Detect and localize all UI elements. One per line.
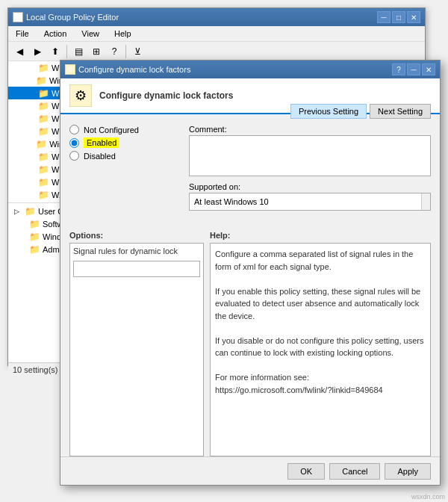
radio-not-configured[interactable]: Not Configured <box>69 125 189 134</box>
dialog-footer: OK Cancel Apply <box>60 456 440 485</box>
folder-icon: 📁 <box>38 152 49 162</box>
help-text-p3: If you disable or do not configure this … <box>215 335 426 359</box>
up-button[interactable]: ⬆ <box>47 43 63 60</box>
minimize-button[interactable]: ─ <box>377 11 391 23</box>
folder-icon: 📁 <box>38 177 49 188</box>
folder-icon: 📁 <box>36 139 47 149</box>
toolbar-separator-2 <box>125 45 126 58</box>
supported-section: Supported on: At least Windows 10 <box>189 182 431 211</box>
folder-icon: 📁 <box>38 101 49 111</box>
radio-not-configured-input[interactable] <box>69 125 79 134</box>
help-label: Help: <box>210 231 431 240</box>
cancel-button[interactable]: Cancel <box>329 463 380 480</box>
dialog-title-bar: ⚙ Configure dynamic lock factors ? ─ ✕ <box>60 61 440 78</box>
options-panel: Options: Signal rules for dynamic lock <box>69 231 204 456</box>
dialog-header-icon: ⚙ <box>69 84 92 107</box>
help-text-p1: Configure a comma separated list of sign… <box>215 248 426 273</box>
dialog-help-button[interactable]: ? <box>392 63 405 75</box>
folder-icon: 📁 <box>38 190 49 200</box>
comment-section: Comment: <box>189 125 431 178</box>
apply-button[interactable]: Apply <box>385 463 431 480</box>
dialog-close-button[interactable]: ✕ <box>422 63 435 75</box>
main-window-title: Local Group Policy Editor <box>26 13 119 22</box>
folder-icon: 📁 <box>36 75 47 86</box>
help-text-p2: If you enable this policy setting, these… <box>215 285 426 323</box>
show-hide-button[interactable]: ▤ <box>70 43 87 60</box>
dialog-controls: ? ─ ✕ <box>392 63 435 75</box>
radio-enabled-label: Enabled <box>84 137 119 148</box>
radio-disabled-input[interactable] <box>69 151 79 161</box>
menu-view[interactable]: View <box>77 28 104 40</box>
app-icon <box>13 12 23 22</box>
options-label: Options: <box>69 231 204 240</box>
dialog-window: ⚙ Configure dynamic lock factors ? ─ ✕ ⚙… <box>60 60 441 486</box>
options-help-container: Options: Signal rules for dynamic lock H… <box>69 231 431 456</box>
dialog-title-text: Configure dynamic lock factors <box>78 65 190 74</box>
maximize-button[interactable]: □ <box>392 11 405 23</box>
folder-icon: 📁 <box>38 126 49 137</box>
menu-action[interactable]: Action <box>40 28 72 40</box>
main-title-bar: Local Group Policy Editor ─ □ ✕ <box>8 8 425 26</box>
radio-not-configured-label: Not Configured <box>84 126 139 134</box>
dialog-nav-buttons: Previous Setting Next Setting <box>290 104 431 119</box>
properties-button[interactable]: ⊞ <box>88 43 105 60</box>
help-button[interactable]: ? <box>106 43 122 60</box>
dialog-icon: ⚙ <box>65 64 75 75</box>
signal-rules-input[interactable] <box>73 261 200 277</box>
radio-disabled-label: Disabled <box>84 152 116 161</box>
folder-icon: 📁 <box>38 63 49 73</box>
dialog-title: ⚙ Configure dynamic lock factors <box>65 64 190 75</box>
previous-setting-button[interactable]: Previous Setting <box>290 104 367 119</box>
toolbar: ◀ ▶ ⬆ ▤ ⊞ ? ⊻ <box>8 42 425 61</box>
help-panel: Help: Configure a comma separated list o… <box>210 231 431 456</box>
comment-supported-section: Comment: Supported on: At least Windows … <box>189 125 431 211</box>
help-text-p4: For more information see: https://go.mic… <box>215 371 426 396</box>
radio-enabled[interactable]: Enabled <box>69 137 189 148</box>
supported-label: Supported on: <box>189 182 431 191</box>
folder-icon: 📁 <box>29 219 40 229</box>
dialog-main-section: Not Configured Enabled Disabled Comment:… <box>60 117 440 218</box>
close-button[interactable]: ✕ <box>407 11 420 23</box>
options-content: Signal rules for dynamic lock <box>69 243 204 456</box>
ok-button[interactable]: OK <box>287 463 325 480</box>
folder-icon: 📁 <box>25 206 36 217</box>
window-controls: ─ □ ✕ <box>377 11 420 23</box>
radio-group: Not Configured Enabled Disabled <box>69 125 189 211</box>
scrollbar-stub <box>421 193 430 210</box>
comment-label: Comment: <box>189 125 431 134</box>
forward-button[interactable]: ▶ <box>29 43 46 60</box>
back-button[interactable]: ◀ <box>11 43 28 60</box>
dialog-header-title: Configure dynamic lock factors <box>99 90 233 101</box>
folder-icon: 📁 <box>38 114 49 124</box>
status-text: 10 setting(s) <box>13 365 58 374</box>
toolbar-separator <box>66 45 67 58</box>
menu-help[interactable]: Help <box>110 28 136 40</box>
help-content: Configure a comma separated list of sign… <box>210 243 431 456</box>
radio-disabled[interactable]: Disabled <box>69 151 189 161</box>
folder-icon: 📁 <box>38 88 49 99</box>
radio-enabled-input[interactable] <box>69 138 79 148</box>
folder-icon: 📁 <box>38 164 49 175</box>
filter-button[interactable]: ⊻ <box>129 43 146 60</box>
menu-file[interactable]: File <box>11 28 34 40</box>
supported-value: At least Windows 10 <box>194 197 269 206</box>
folder-icon: 📁 <box>29 244 40 255</box>
options-field-label: Signal rules for dynamic lock <box>73 247 200 255</box>
next-setting-button[interactable]: Next Setting <box>370 104 431 119</box>
watermark: wsxdn.com <box>411 493 445 501</box>
menu-bar: File Action View Help <box>8 26 425 42</box>
folder-icon: 📁 <box>29 232 40 242</box>
comment-textarea[interactable] <box>189 135 431 176</box>
dialog-minimize-button[interactable]: ─ <box>407 63 420 75</box>
